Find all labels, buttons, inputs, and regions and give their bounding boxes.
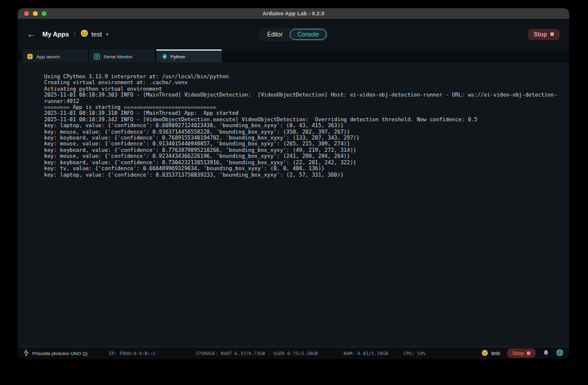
tab-python[interactable]: Python (156, 49, 222, 62)
statusbar: Priscella (Arduino UNO Q) IP: FD00:0:0:B… (18, 347, 569, 359)
tab-serial-monitor[interactable]: Serial Monitor (89, 49, 155, 62)
breadcrumb-my-apps[interactable]: My Apps (42, 31, 69, 38)
ip-address: IP: FD00:0:0:B::C (109, 351, 156, 356)
statusbar-right: test Stop (482, 348, 563, 359)
editor-toggle-button[interactable]: Editor (260, 29, 290, 40)
running-app-name: test (491, 350, 500, 356)
tab-label: App launch (36, 54, 60, 59)
stop-square-icon (527, 351, 530, 355)
serial-monitor-icon (94, 54, 100, 59)
globe-icon[interactable] (556, 348, 563, 359)
console-toggle-button[interactable]: Console (290, 29, 327, 40)
notifications-bell-icon[interactable] (543, 348, 549, 359)
stop-button-label: Stop (534, 31, 547, 38)
titlebar: Arduino App Lab - 0.2.0 (18, 8, 569, 19)
running-app-indicator[interactable]: test (482, 350, 500, 357)
ram-stat: RAM: 0.81/1.78GB (343, 351, 387, 356)
cpu-stat: CPU: 59% (403, 351, 426, 356)
app-emoji-icon (482, 350, 488, 357)
storage-stat: STORAGE: ROOT 6.37/9.73GB - USER 0.75/3.… (196, 351, 318, 356)
statusbar-stop-button[interactable]: Stop (507, 349, 536, 358)
tab-label: Python (171, 54, 185, 59)
tab-app-launch[interactable]: App launch (22, 49, 88, 62)
back-arrow-icon[interactable]: ← (27, 30, 35, 38)
console-tabbar: App launch Serial Monitor Python (18, 49, 569, 62)
window-title: Arduino App Lab - 0.2.0 (18, 11, 569, 16)
console-log-text: Using CPython 3.13.9 interpreter at: /us… (44, 74, 563, 178)
breadcrumb-separator: / (74, 31, 75, 38)
stop-square-icon (550, 32, 554, 36)
device-name: Priscella (Arduino UNO Q) (32, 351, 88, 356)
stop-button-label: Stop (512, 350, 524, 356)
view-toggle: Editor Console (259, 28, 329, 41)
chevron-down-icon[interactable]: ▾ (106, 32, 108, 37)
usb-icon (24, 349, 29, 357)
app-launch-icon (27, 54, 33, 59)
console-output-panel[interactable]: Using CPython 3.13.9 interpreter at: /us… (18, 62, 569, 347)
python-icon (161, 54, 167, 59)
app-emoji-icon (81, 29, 88, 39)
current-app-name: test (92, 31, 102, 38)
device-info[interactable]: Priscella (Arduino UNO Q) (24, 349, 88, 357)
stop-button[interactable]: Stop (528, 29, 560, 40)
tab-label: Serial Monitor (103, 54, 132, 59)
app-header: ← My Apps / test ▾ Editor Console Stop (18, 19, 569, 49)
app-window: Arduino App Lab - 0.2.0 ← My Apps / test… (18, 8, 569, 359)
